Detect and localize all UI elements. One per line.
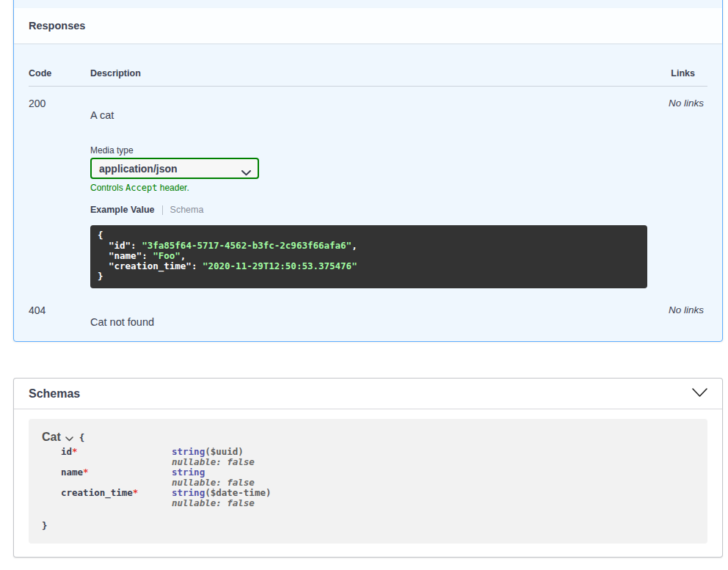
property-type-line: string($date-time)	[172, 488, 693, 498]
json-comma: ,	[181, 250, 186, 261]
json-colon: :	[192, 260, 203, 271]
json-colon: :	[131, 240, 142, 251]
json-key: "creation_time"	[109, 260, 192, 271]
property-type: string	[172, 446, 205, 457]
example-code-block: {"id": "3fa85f64-5717-4562-b3fc-2c963f66…	[90, 225, 647, 288]
json-key: "id"	[109, 240, 131, 251]
controls-note-suffix: header.	[157, 183, 189, 193]
property-row-id: id* string($uuid) nullable: false	[61, 447, 693, 467]
property-type-line: string	[172, 467, 693, 478]
property-nullable: nullable: false	[172, 457, 693, 467]
json-comma: ,	[352, 240, 357, 251]
property-name-text: creation_time	[61, 487, 133, 498]
responses-title: Responses	[29, 20, 85, 32]
response-description-text: Cat not found	[90, 316, 647, 328]
media-type-select-wrapper: application/json	[90, 158, 259, 179]
property-type: string	[172, 467, 205, 478]
media-type-label: Media type	[90, 145, 647, 156]
json-key: "name"	[109, 250, 142, 261]
schemas-title: Schemas	[29, 387, 80, 401]
cat-model-box: Cat { id* string($uuid) nullable: false …	[29, 419, 707, 544]
property-format: ($date-time)	[205, 487, 271, 498]
model-toggle-chevron-icon[interactable]	[65, 431, 73, 445]
property-name: name*	[61, 467, 172, 488]
property-type-line: string($uuid)	[172, 447, 693, 457]
column-header-description: Description	[90, 68, 647, 78]
json-value: "2020-11-29T12:50:53.375476"	[203, 260, 357, 271]
cat-model-title-row: Cat {	[42, 430, 693, 445]
tab-separator	[162, 205, 163, 215]
property-format: ($uuid)	[205, 446, 244, 457]
schemas-header[interactable]: Schemas	[14, 379, 722, 409]
cat-model-properties: id* string($uuid) nullable: false name* …	[61, 447, 693, 508]
response-links-200: No links	[647, 87, 707, 296]
tab-example-value[interactable]: Example Value	[90, 205, 155, 215]
response-code-404: 404	[29, 296, 90, 328]
controls-note-code: Accept	[125, 183, 157, 193]
cat-model-title[interactable]: Cat	[42, 431, 61, 444]
responses-table: Code Description Links 200 A cat Media t…	[14, 43, 722, 328]
json-value: "Foo"	[153, 250, 181, 261]
property-row-creation-time: creation_time* string($date-time) nullab…	[61, 488, 693, 508]
property-name: id*	[61, 447, 172, 467]
response-links-404: No links	[647, 296, 707, 328]
property-name: creation_time*	[61, 488, 172, 508]
response-description-200: A cat Media type application/json Contro…	[90, 87, 647, 296]
required-star: *	[83, 467, 89, 478]
property-name-text: id	[61, 446, 72, 457]
response-code-200: 200	[29, 87, 90, 296]
column-header-code: Code	[29, 68, 90, 78]
json-line-creation-time: "creation_time": "2020-11-29T12:50:53.37…	[98, 261, 640, 271]
controls-accept-note: Controls Accept header.	[90, 183, 647, 193]
operation-block: Responses Code Description Links 200 A c…	[13, 0, 723, 342]
required-star: *	[133, 487, 139, 498]
schemas-section: Schemas Cat { id* string($uuid) nullable…	[13, 378, 723, 558]
collapse-chevron-icon[interactable]	[692, 387, 707, 401]
property-value: string nullable: false	[172, 467, 693, 488]
json-colon: :	[142, 250, 153, 261]
property-value: string($uuid) nullable: false	[172, 447, 693, 467]
property-nullable: nullable: false	[172, 498, 693, 508]
response-row-200: 200 A cat Media type application/json Co…	[29, 87, 707, 296]
property-row-name: name* string nullable: false	[61, 467, 693, 488]
media-type-select[interactable]: application/json	[90, 158, 259, 179]
required-star: *	[72, 446, 78, 457]
example-schema-tabs: Example Value Schema	[90, 205, 647, 215]
column-header-links: Links	[647, 68, 707, 78]
property-type: string	[172, 487, 205, 498]
response-row-404: 404 Cat not found No links	[29, 296, 707, 328]
responses-table-header: Code Description Links	[29, 56, 707, 87]
property-name-text: name	[61, 467, 83, 478]
json-value: "3fa85f64-5717-4562-b3fc-2c963f66afa6"	[142, 240, 352, 251]
property-nullable: nullable: false	[172, 478, 693, 488]
model-open-brace: {	[79, 432, 85, 443]
json-close-brace: }	[98, 271, 640, 282]
property-value: string($date-time) nullable: false	[172, 488, 693, 508]
response-description-404: Cat not found	[90, 296, 647, 328]
controls-note-prefix: Controls	[90, 183, 125, 193]
json-line-id: "id": "3fa85f64-5717-4562-b3fc-2c963f66a…	[98, 241, 640, 251]
responses-section-header: Responses	[14, 8, 722, 43]
response-description-text: A cat	[90, 109, 647, 121]
model-close-brace: }	[42, 520, 693, 531]
json-line-name: "name": "Foo",	[98, 251, 640, 261]
tab-schema[interactable]: Schema	[170, 205, 204, 215]
json-open-brace: {	[98, 230, 640, 241]
